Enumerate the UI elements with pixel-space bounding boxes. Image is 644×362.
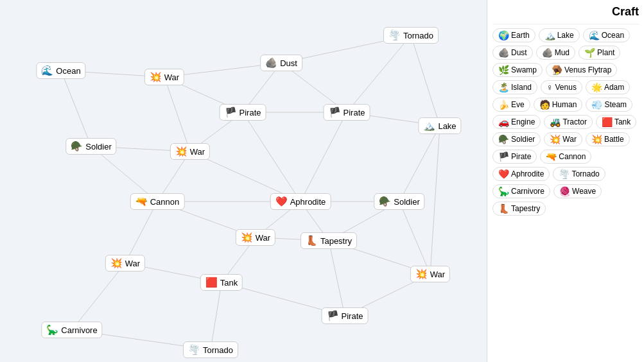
sidebar-item-aphrodite[interactable]: ❤️Aphrodite	[492, 167, 550, 181]
svg-line-9	[164, 77, 190, 151]
sidebar-item-pirate[interactable]: 🏴Pirate	[492, 150, 537, 164]
node-tornado2[interactable]: 🌪️Tornado	[183, 341, 238, 358]
sidebar-item-earth[interactable]: 🌍Earth	[492, 28, 535, 42]
node-tank1[interactable]: 🟥Tank	[200, 274, 243, 291]
sidebar-item-tractor[interactable]: 🚜Tractor	[544, 115, 593, 129]
sidebar-item-dust[interactable]: 🪨Dust	[492, 46, 533, 60]
sidebar-item-venus-flytrap[interactable]: 🪤Venus Flytrap	[546, 63, 617, 77]
sidebar-item-carnivore[interactable]: 🦕Carnivore	[492, 184, 550, 198]
sidebar-item-weave[interactable]: 🧶Weave	[553, 184, 602, 198]
node-soldier2[interactable]: 🪖Soldier	[374, 193, 424, 210]
sidebar-item-battle[interactable]: 💥Battle	[586, 132, 630, 146]
sidebar-item-mud[interactable]: 🪨Mud	[536, 46, 575, 60]
sidebar-item-tank[interactable]: 🟥Tank	[596, 115, 636, 129]
node-carnivore1[interactable]: 🦕Carnivore	[41, 322, 102, 338]
sidebar-item-eve[interactable]: 🍌Eve	[492, 98, 530, 112]
svg-line-23	[125, 202, 157, 263]
sidebar-item-soldier[interactable]: 🪖Soldier	[492, 132, 541, 146]
sidebar-grid: 🌍Earth🏔️Lake🌊Ocean🪨Dust🪨Mud🌱Plant🌿Swamp🪤…	[492, 28, 639, 216]
sidebar-item-plant[interactable]: 🌱Plant	[579, 46, 620, 60]
svg-line-36	[211, 282, 222, 350]
svg-line-16	[430, 126, 440, 274]
node-war5[interactable]: 💥War	[410, 266, 450, 282]
svg-line-34	[72, 263, 125, 330]
sidebar-item-steam[interactable]: 💨Steam	[586, 98, 632, 112]
sidebar-item-tornado[interactable]: 🌪️Tornado	[553, 167, 605, 181]
sidebar-item-adam[interactable]: 🌟Adam	[586, 80, 630, 94]
sidebar-item-lake[interactable]: 🏔️Lake	[539, 28, 580, 42]
svg-line-1	[411, 35, 440, 126]
node-war3[interactable]: 💥War	[236, 229, 275, 246]
sidebar-item-human[interactable]: 🧑Human	[534, 98, 583, 112]
node-pirate1[interactable]: 🏴Pirate	[220, 104, 266, 121]
node-cannon1[interactable]: 🔫Cannon	[130, 193, 185, 210]
svg-line-6	[61, 71, 91, 146]
svg-line-12	[243, 112, 300, 202]
sidebar-item-ocean[interactable]: 🌊Ocean	[583, 28, 630, 42]
sidebar-item-cannon[interactable]: 🔫Cannon	[540, 150, 591, 164]
node-lake1[interactable]: 🏔️Lake	[418, 117, 461, 134]
svg-line-14	[300, 112, 347, 202]
node-war1[interactable]: 💥War	[144, 69, 184, 85]
svg-line-27	[399, 202, 430, 274]
node-tornado1[interactable]: 🌪️Tornado	[383, 27, 439, 44]
node-dust1[interactable]: 🪨Dust	[260, 55, 302, 71]
node-ocean1[interactable]: 🌊Ocean	[36, 62, 85, 79]
canvas-area: 🌪️Tornado🪨Dust🌊Ocean💥War🏴Pirate🏴Pirate🏔️…	[0, 0, 487, 362]
node-war2[interactable]: 💥War	[170, 143, 210, 160]
node-pirate2[interactable]: 🏴Pirate	[324, 104, 370, 121]
svg-line-32	[329, 241, 345, 316]
svg-line-15	[399, 126, 440, 202]
node-war4[interactable]: 💥War	[105, 255, 145, 272]
sidebar-item-engine[interactable]: 🚗Engine	[492, 115, 541, 129]
sidebar-item-island[interactable]: 🏝️Island	[492, 80, 537, 94]
sidebar-item-war[interactable]: 💥War	[544, 132, 582, 146]
node-tapestry1[interactable]: 👢Tapestry	[300, 232, 357, 249]
svg-line-0	[347, 35, 411, 112]
node-pirate3[interactable]: 🏴Pirate	[322, 307, 369, 324]
node-soldier1[interactable]: 🪖Soldier	[65, 138, 116, 155]
sidebar-item-tapestry[interactable]: 👢Tapestry	[492, 202, 546, 216]
sidebar-item-swamp[interactable]: 🌿Swamp	[492, 63, 543, 77]
node-aphrodite1[interactable]: ❤️Aphrodite	[270, 193, 331, 210]
sidebar-item-venus[interactable]: ♀Venus	[541, 80, 582, 94]
sidebar: Craft 🌍Earth🏔️Lake🌊Ocean🪨Dust🪨Mud🌱Plant🌿…	[487, 0, 644, 362]
sidebar-title: Craft	[492, 5, 639, 24]
connections-svg	[0, 0, 487, 362]
